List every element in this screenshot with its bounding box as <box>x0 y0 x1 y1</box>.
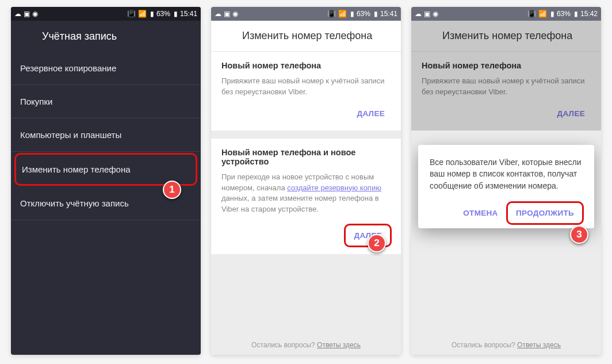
battery-icon: ▮ <box>374 10 378 17</box>
panel-new-number: Новый номер телефона Привяжите ваш новый… <box>211 52 401 131</box>
vibrate-icon: 📳 <box>127 10 136 17</box>
viber-icon: ◉ <box>232 10 238 17</box>
page-title: Изменить номер телефона <box>442 30 572 42</box>
battery-icon: ▮ <box>574 10 578 17</box>
clock: 15:42 <box>580 10 598 17</box>
viber-icon: ◉ <box>32 10 38 17</box>
battery-icon: ▮ <box>174 10 178 17</box>
next-button-1[interactable]: ДАЛЕЕ <box>551 105 591 122</box>
cloud-icon: ☁ <box>415 10 422 17</box>
settings-list: Резервное копирование Покупки Компьютеры… <box>11 52 201 355</box>
screenshot-icon: ▣ <box>224 10 230 17</box>
page-title: Изменить номер телефона <box>242 30 372 42</box>
dialog-text: Все пользователи Viber, которые внесли в… <box>430 156 583 191</box>
back-icon[interactable] <box>219 30 231 42</box>
status-bar: ☁ ▣ ◉ 📳 📶 ▮ 63% ▮ 15:41 <box>11 7 201 21</box>
app-bar: Учётная запись <box>11 21 201 52</box>
backup-link[interactable]: создайте резервную копию <box>287 183 381 192</box>
clock: 15:41 <box>180 10 197 17</box>
screenshot-icon: ▣ <box>424 10 430 17</box>
next-button-1[interactable]: ДАЛЕЕ <box>351 105 391 122</box>
step-badge-3: 3 <box>570 225 588 244</box>
battery-pct: 63% <box>156 10 170 17</box>
back-icon[interactable] <box>419 30 431 42</box>
status-bar: ☁ ▣ ◉ 📳 📶 ▮ 63% ▮ 15:41 <box>211 7 401 21</box>
screenshot-3-confirm-dialog: ☁ ▣ ◉ 📳 📶 ▮ 63% ▮ 15:42 Изменить номер т… <box>411 7 601 355</box>
signal-icon: ▮ <box>150 10 154 17</box>
content: Новый номер телефона Привяжите ваш новый… <box>211 52 401 355</box>
wifi-icon: 📶 <box>338 10 347 17</box>
screenshot-2-change-number: ☁ ▣ ◉ 📳 📶 ▮ 63% ▮ 15:41 Изменить номер т… <box>211 7 401 355</box>
battery-pct: 63% <box>357 10 370 17</box>
status-bar: ☁ ▣ ◉ 📳 📶 ▮ 63% ▮ 15:42 <box>411 7 601 21</box>
menu-item-backup[interactable]: Резервное копирование <box>11 52 201 85</box>
answers-link[interactable]: Ответы здесь <box>517 341 561 349</box>
confirm-dialog: Все пользователи Viber, которые внесли в… <box>418 145 594 228</box>
menu-item-purchases[interactable]: Покупки <box>11 85 201 118</box>
step-badge-1: 1 <box>163 181 181 199</box>
back-icon[interactable] <box>19 30 30 42</box>
panel-description: Привяжите ваш новый номер к учётной запи… <box>221 76 391 98</box>
footer-help: Остались вопросы? Ответы здесь <box>411 341 601 349</box>
screenshot-1-account: ☁ ▣ ◉ 📳 📶 ▮ 63% ▮ 15:41 Учётная запись Р… <box>11 7 201 355</box>
cloud-icon: ☁ <box>215 10 221 17</box>
panel-heading: Новый номер телефона <box>221 61 391 70</box>
app-bar: Изменить номер телефона <box>211 21 401 52</box>
panel-description: Привяжите ваш новый номер к учётной запи… <box>422 76 591 98</box>
panel-new-number: Новый номер телефона Привяжите ваш новый… <box>411 52 601 131</box>
cancel-button[interactable]: ОТМЕНА <box>457 204 503 222</box>
cloud-icon: ☁ <box>14 10 21 17</box>
signal-icon: ▮ <box>550 10 554 17</box>
menu-item-devices[interactable]: Компьютеры и планшеты <box>11 118 201 152</box>
wifi-icon: 📶 <box>538 10 547 17</box>
vibrate-icon: 📳 <box>327 10 336 17</box>
panel-heading: Новый номер телефона и новое устройство <box>221 148 391 166</box>
vibrate-icon: 📳 <box>527 10 536 17</box>
signal-icon: ▮ <box>350 10 354 17</box>
screenshot-icon: ▣ <box>24 10 30 17</box>
continue-button[interactable]: ПРОДОЛЖИТЬ <box>506 201 584 225</box>
footer-help: Остались вопросы? Ответы здесь <box>211 341 401 349</box>
panel-heading: Новый номер телефона <box>422 61 591 70</box>
panel-description: При переходе на новое устройство с новым… <box>221 172 391 215</box>
viber-icon: ◉ <box>433 10 438 17</box>
app-bar: Изменить номер телефона <box>411 21 601 52</box>
step-badge-2: 2 <box>368 234 386 252</box>
answers-link[interactable]: Ответы здесь <box>317 341 361 349</box>
wifi-icon: 📶 <box>138 10 147 17</box>
battery-pct: 63% <box>557 10 571 17</box>
clock: 15:41 <box>380 10 397 17</box>
page-title: Учётная запись <box>42 30 117 43</box>
